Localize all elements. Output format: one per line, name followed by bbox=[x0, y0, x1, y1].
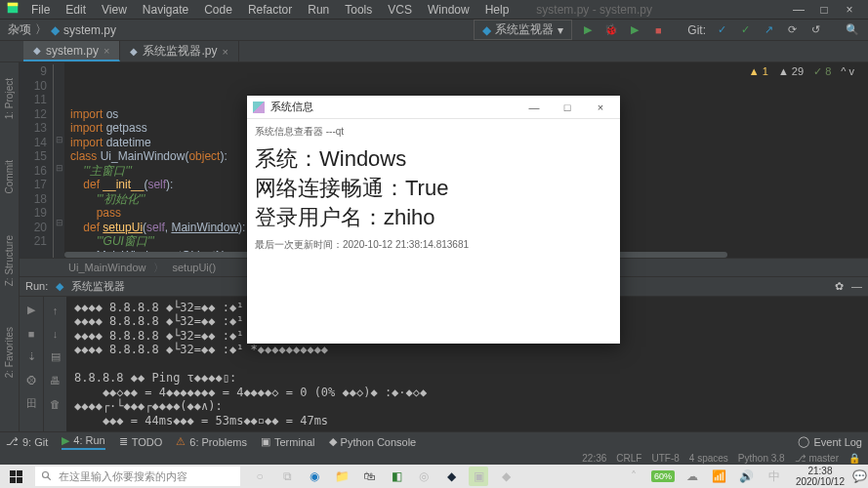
toolwin-run[interactable]: ▶4: Run bbox=[62, 434, 104, 450]
menu-help[interactable]: Help bbox=[477, 1, 517, 19]
nav-inspection-icon[interactable]: ^ v bbox=[841, 64, 854, 79]
python-window-icon[interactable]: ◆ bbox=[496, 467, 516, 486]
app-icon-1[interactable]: ◧ bbox=[387, 467, 406, 486]
line-separator[interactable]: CRLF bbox=[616, 453, 641, 464]
branch-icon: ⎇ bbox=[795, 453, 806, 464]
chrome-icon[interactable]: ◎ bbox=[414, 467, 434, 486]
menu-edit[interactable]: Edit bbox=[58, 1, 94, 19]
git-history-button[interactable]: ⟳ bbox=[784, 22, 800, 38]
toolwin-favorites[interactable]: 2: Favorites bbox=[4, 321, 15, 384]
git-commit-button[interactable]: ✓ bbox=[737, 22, 753, 38]
breadcrumb[interactable]: 杂项 〉 ◆ system.py bbox=[8, 21, 116, 38]
rerun-button[interactable]: ▶ bbox=[23, 303, 39, 318]
windows-logo-icon bbox=[10, 470, 22, 483]
ok-icon: ✓ bbox=[813, 65, 822, 77]
run-config-dropdown[interactable]: ◆ 系统监视器 ▾ bbox=[474, 20, 572, 40]
print-icon[interactable]: 🖶 bbox=[48, 373, 63, 388]
git-rollback-button[interactable]: ↺ bbox=[807, 22, 823, 38]
pause-icon[interactable]: ⇣ bbox=[23, 349, 39, 365]
inspection-badges[interactable]: ▲ 1 ▲ 29 ✓ 8 ^ v bbox=[749, 64, 854, 79]
menu-file[interactable]: File bbox=[23, 1, 58, 19]
battery-icon[interactable]: 60% bbox=[651, 470, 675, 482]
menu-run[interactable]: Run bbox=[300, 1, 337, 19]
toolwin-eventlog[interactable]: ◯Event Log bbox=[798, 435, 862, 448]
onedrive-icon[interactable]: ☁ bbox=[682, 467, 702, 486]
python-file-icon: ◆ bbox=[33, 45, 41, 56]
git-branch[interactable]: ⎇ master bbox=[795, 453, 839, 464]
tab-system-py[interactable]: ◆ system.py × bbox=[23, 41, 120, 61]
indent-setting[interactable]: 4 spaces bbox=[689, 453, 728, 464]
pycharm-icon[interactable]: ▣ bbox=[469, 467, 488, 486]
debug-button[interactable]: 🐞 bbox=[603, 22, 619, 38]
ime-icon[interactable]: 中 bbox=[765, 467, 784, 486]
toolwin-todo[interactable]: ≣TODO bbox=[119, 435, 163, 448]
warning-icon: ⚠ bbox=[176, 435, 186, 448]
window-maximize-button[interactable]: □ bbox=[811, 1, 837, 19]
gear-icon[interactable]: ✿ bbox=[835, 280, 844, 293]
readonly-lock-icon[interactable]: 🔒 bbox=[848, 453, 860, 464]
crumb-class[interactable]: Ui_MainWindow bbox=[68, 262, 145, 273]
toolwin-terminal[interactable]: ▣Terminal bbox=[261, 435, 315, 448]
toolwin-problems[interactable]: ⚠6: Problems bbox=[176, 435, 247, 448]
stop-run-button[interactable]: ■ bbox=[23, 326, 39, 342]
run-with-coverage-button[interactable]: ▶ bbox=[627, 22, 642, 38]
taskbar-search[interactable]: 在这里输入你要搜索的内容 bbox=[35, 467, 240, 486]
breadcrumb-file: system.py bbox=[63, 23, 116, 37]
tab-monitor-py[interactable]: ◆ 系统监视器.py × bbox=[120, 41, 238, 61]
system-info-dialog: 系统信息 — □ × 系统信息查看器 ---qt 系统：Windows 网络连接… bbox=[247, 96, 620, 344]
interpreter[interactable]: Python 3.8 bbox=[738, 453, 785, 464]
menu-vc 2020[interactable]: VCS bbox=[380, 1, 420, 19]
window-close-button[interactable]: × bbox=[837, 1, 862, 19]
layout-icon[interactable]: 田 bbox=[23, 396, 39, 412]
fold-gutter[interactable]: ⊟⊟⊟ bbox=[53, 62, 64, 258]
soft-wrap-icon[interactable]: ▤ bbox=[48, 349, 63, 365]
cortana-icon[interactable]: ○ bbox=[250, 467, 269, 486]
explorer-icon[interactable]: 📁 bbox=[332, 467, 351, 486]
search-icon bbox=[41, 470, 53, 482]
task-view-icon[interactable]: ⧉ bbox=[277, 467, 297, 486]
run-toolbar-primary: ▶ ■ ⇣ ⭙ 田 bbox=[20, 297, 43, 432]
hide-button[interactable]: — bbox=[851, 280, 862, 292]
status-bar: 22:36 CRLF UTF-8 4 spaces Python 3.8 ⎇ m… bbox=[0, 451, 868, 465]
search-everywhere-button[interactable]: 🔍 bbox=[845, 22, 860, 38]
weak-warning-icon: ▲ bbox=[778, 65, 789, 77]
up-icon[interactable]: ↑ bbox=[48, 303, 63, 318]
toolwin-pyconsole[interactable]: ◆Python Console bbox=[329, 435, 417, 448]
start-button[interactable] bbox=[0, 470, 31, 483]
steam-icon[interactable]: ◆ bbox=[441, 467, 461, 486]
toolwin-commit[interactable]: Commit bbox=[4, 154, 15, 199]
store-icon[interactable]: 🛍 bbox=[359, 467, 379, 486]
edge-icon[interactable]: ◉ bbox=[305, 467, 324, 486]
dialog-titlebar[interactable]: 系统信息 — □ × bbox=[247, 96, 620, 119]
menu-code[interactable]: Code bbox=[196, 1, 240, 19]
dialog-close-button[interactable]: × bbox=[587, 102, 614, 113]
down-icon[interactable]: ↓ bbox=[48, 326, 63, 342]
toolwin-project[interactable]: 1: Project bbox=[4, 72, 15, 125]
run-button[interactable]: ▶ bbox=[580, 22, 596, 38]
notifications-icon[interactable]: 💬 bbox=[850, 469, 868, 483]
menu-tools[interactable]: Tools bbox=[337, 1, 380, 19]
stop-button[interactable]: ■ bbox=[650, 22, 666, 38]
git-update-button[interactable]: ✓ bbox=[714, 22, 729, 38]
dialog-maximize-button[interactable]: □ bbox=[554, 102, 581, 113]
toolwin-structure[interactable]: Z: Structure bbox=[4, 229, 15, 292]
git-push-button[interactable]: ↗ bbox=[761, 22, 776, 38]
network-icon[interactable]: 📶 bbox=[710, 467, 729, 486]
menu-refactor[interactable]: Refactor bbox=[240, 1, 300, 19]
trash-icon[interactable]: 🗑 bbox=[48, 396, 63, 412]
tray-expand-icon[interactable]: ˄ bbox=[624, 467, 643, 486]
dialog-minimize-button[interactable]: — bbox=[520, 102, 548, 113]
menu-window[interactable]: Window bbox=[420, 1, 477, 19]
exit-icon[interactable]: ⭙ bbox=[23, 373, 39, 388]
close-tab-icon[interactable]: × bbox=[103, 45, 109, 57]
crumb-method[interactable]: setupUi() bbox=[172, 262, 216, 273]
menu-view[interactable]: View bbox=[94, 1, 135, 19]
file-encoding[interactable]: UTF-8 bbox=[651, 453, 679, 464]
taskbar-clock[interactable]: 21:38 2020/10/12 bbox=[790, 466, 850, 487]
caret-position[interactable]: 22:36 bbox=[582, 453, 606, 464]
volume-icon[interactable]: 🔊 bbox=[737, 467, 757, 486]
toolwin-git[interactable]: ⎇9: Git bbox=[6, 435, 48, 448]
window-minimize-button[interactable]: — bbox=[786, 1, 811, 19]
menu-navigate[interactable]: Navigate bbox=[135, 1, 196, 19]
close-tab-icon[interactable]: × bbox=[222, 46, 227, 58]
